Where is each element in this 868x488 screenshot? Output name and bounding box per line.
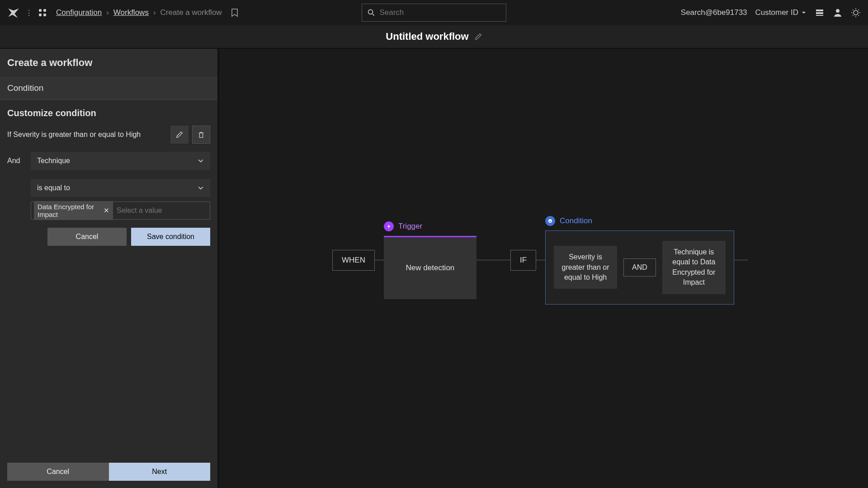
value-field[interactable]	[117, 206, 207, 215]
svg-line-5	[373, 14, 374, 15]
tag-label: Data Encrypted for Impact	[38, 203, 101, 218]
condition-summary: If Severity is greater than or equal to …	[7, 131, 167, 139]
svg-rect-1	[43, 9, 46, 12]
search-icon	[368, 9, 375, 17]
cancel-button[interactable]: Cancel	[7, 463, 109, 481]
workflow-canvas[interactable]: WHEN Trigger New detection IF	[219, 49, 868, 488]
workflow-title: Untitled workflow	[386, 31, 468, 42]
pencil-icon	[175, 131, 184, 139]
svg-rect-0	[39, 9, 42, 12]
search-input[interactable]	[362, 4, 506, 22]
field-value: Technique	[37, 157, 70, 165]
svg-point-4	[368, 9, 373, 14]
svg-rect-7	[816, 12, 823, 14]
brightness-icon[interactable]	[851, 8, 861, 18]
svg-rect-2	[39, 14, 42, 16]
customer-id-label: Customer ID	[755, 8, 798, 17]
operator-value: is equal to	[37, 184, 70, 192]
edit-title-icon[interactable]	[474, 33, 482, 41]
apps-icon[interactable]	[38, 8, 47, 17]
svg-line-15	[853, 9, 854, 10]
trigger-body: New detection	[406, 263, 455, 272]
operator-select[interactable]: is equal to	[31, 179, 210, 197]
chevron-right-icon: ›	[106, 8, 109, 17]
cancel-condition-button[interactable]: Cancel	[47, 228, 127, 246]
trash-icon	[197, 131, 205, 139]
chevron-down-icon	[198, 185, 204, 191]
falcon-logo-icon[interactable]	[7, 6, 20, 19]
condition-label: Condition	[560, 216, 592, 225]
svg-point-9	[836, 9, 840, 13]
bookmark-icon[interactable]	[231, 8, 238, 17]
svg-line-17	[853, 15, 854, 16]
value-tag: Data Encrypted for Impact ✕	[34, 201, 113, 220]
trigger-node[interactable]: New detection	[384, 236, 476, 299]
field-select[interactable]: Technique	[31, 152, 210, 170]
user-label: Search@6be91733	[681, 8, 747, 17]
condition-block-2: Technique is equal to Data Encrypted for…	[662, 241, 726, 294]
sidebar-title: Create a workflow	[0, 49, 217, 77]
svg-line-16	[859, 15, 859, 16]
and-label: And	[7, 157, 24, 165]
sidebar-subtitle: Customize condition	[0, 100, 217, 122]
breadcrumb-workflows[interactable]: Workflows	[113, 8, 149, 17]
value-input[interactable]: Data Encrypted for Impact ✕	[31, 202, 210, 220]
servers-icon[interactable]	[815, 8, 825, 18]
trigger-label: Trigger	[398, 222, 422, 231]
save-condition-button[interactable]: Save condition	[131, 228, 210, 246]
when-pill: WHEN	[332, 250, 375, 271]
chevron-down-icon	[801, 10, 807, 15]
remove-tag-icon[interactable]: ✕	[104, 206, 109, 215]
svg-point-10	[854, 10, 858, 15]
search-field[interactable]	[379, 8, 500, 17]
condition-header: Condition	[545, 216, 734, 226]
condition-icon	[545, 216, 555, 226]
breadcrumb: Configuration › Workflows › Create a wor…	[56, 8, 222, 17]
condition-block-1: Severity is greater than or equal to Hig…	[554, 246, 617, 289]
and-pill: AND	[623, 258, 656, 277]
svg-rect-6	[816, 9, 823, 11]
condition-node[interactable]: Severity is greater than or equal to Hig…	[545, 230, 734, 305]
menu-dots-icon[interactable]: ⋮	[25, 9, 33, 17]
svg-rect-8	[816, 15, 823, 16]
next-button[interactable]: Next	[109, 463, 211, 481]
breadcrumb-current: Create a workflow	[160, 8, 222, 17]
trigger-header: Trigger	[384, 221, 476, 231]
svg-line-18	[859, 9, 859, 10]
edit-condition-button[interactable]	[170, 126, 189, 144]
chevron-right-icon: ›	[153, 8, 156, 17]
if-pill: IF	[510, 250, 536, 271]
delete-condition-button[interactable]	[192, 126, 210, 144]
customer-id-dropdown[interactable]: Customer ID	[755, 8, 807, 17]
breadcrumb-configuration[interactable]: Configuration	[56, 8, 102, 17]
sidebar-section: Condition	[0, 77, 217, 100]
user-icon[interactable]	[833, 8, 843, 18]
svg-rect-3	[43, 14, 46, 16]
lightning-icon	[384, 221, 394, 231]
chevron-down-icon	[198, 158, 204, 164]
